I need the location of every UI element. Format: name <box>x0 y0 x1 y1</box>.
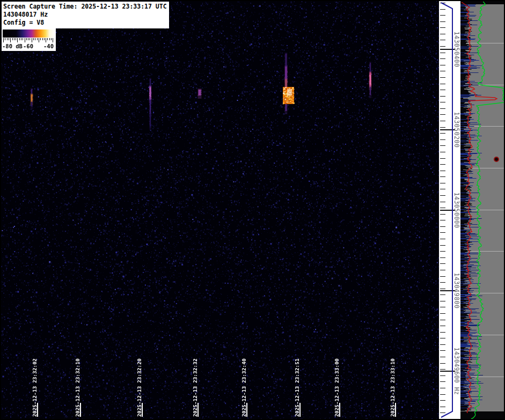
time-tick <box>37 403 38 417</box>
color-scale: -80 dB-60-40 <box>2 28 56 51</box>
frequency-label: 143049600 Hz <box>453 347 460 395</box>
capture-time-text: Screen Capture Time: 2025-12-13 23:33:17… <box>3 3 167 11</box>
time-tick <box>246 403 247 417</box>
frequency-label: 143050400 <box>453 32 460 68</box>
frequency-label: 143049800 <box>453 273 460 309</box>
time-tick <box>299 403 301 417</box>
spectrum-lab-screen: Screen Capture Time: 2025-12-13 23:33:17… <box>0 0 505 420</box>
center-frequency-text: 143048017 Hz <box>3 11 167 19</box>
time-tick <box>339 403 340 417</box>
time-tick <box>197 403 199 417</box>
time-tick <box>142 403 143 417</box>
color-scale-label: -60 <box>23 43 33 49</box>
time-tick <box>395 403 396 417</box>
spectrum-panel <box>460 0 505 420</box>
time-tick <box>80 403 81 417</box>
spectrogram-waterfall <box>1 1 439 419</box>
config-text: Config = V8 <box>3 19 167 27</box>
color-scale-label: -80 dB <box>2 43 23 49</box>
frequency-label: 143050200 <box>453 112 460 148</box>
color-gradient-bar <box>3 30 55 38</box>
frequency-label: 143050000 <box>453 193 460 229</box>
color-scale-label: -40 <box>43 43 54 49</box>
capture-info-box: Screen Capture Time: 2025-12-13 23:33:17… <box>2 2 169 28</box>
